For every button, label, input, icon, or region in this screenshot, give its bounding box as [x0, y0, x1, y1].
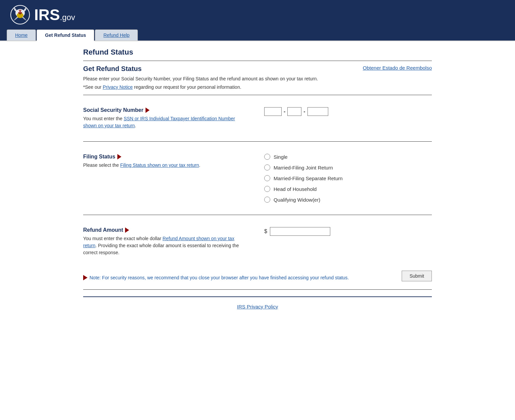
radio-married-separate-input[interactable]: [264, 175, 270, 181]
irs-privacy-policy-link[interactable]: IRS Privacy Policy: [237, 304, 278, 309]
radio-single-label: Single: [274, 154, 288, 160]
section-header-row: Get Refund Status Obtener Estado de Reem…: [83, 65, 432, 73]
radio-head-of-household[interactable]: Head of Household: [264, 186, 432, 192]
footer-section: IRS Privacy Policy: [83, 296, 432, 316]
radio-qualifying-widow[interactable]: Qualifying Widow(er): [264, 197, 432, 203]
radio-head-of-household-label: Head of Household: [274, 186, 317, 192]
section-title: Get Refund Status: [83, 65, 141, 73]
ssn-part1-input[interactable]: [264, 107, 282, 116]
tab-refund-help[interactable]: Refund Help: [95, 29, 138, 41]
divider-filing-top: [83, 141, 432, 142]
filing-status-field-desc: Please select the Filing Status shown on…: [83, 162, 244, 169]
refund-amount-input-col: $: [264, 227, 432, 236]
intro-text-line1: Please enter your Social Security Number…: [83, 75, 432, 82]
main-content: Refund Status Get Refund Status Obtener …: [73, 41, 442, 323]
dollar-sign: $: [264, 228, 267, 234]
note-text: Note: For security reasons, we recommend…: [90, 274, 349, 281]
refund-amount-field-desc: You must enter the exact whole dollar Re…: [83, 235, 244, 256]
note-triangle-icon: [83, 275, 88, 280]
refund-amount-required-icon: [125, 227, 129, 233]
ssn-inputs: - -: [264, 107, 432, 116]
filing-status-section: Filing Status Please select the Filing S…: [83, 146, 432, 211]
irs-logo-text: IRS.gov: [34, 6, 75, 24]
ssn-field-desc: You must enter the SSN or IRS Individual…: [83, 115, 244, 129]
radio-married-joint[interactable]: Married-Filing Joint Return: [264, 164, 432, 170]
navigation-bar: Home Get Refund Status Refund Help: [0, 29, 515, 41]
refund-amount-field-title: Refund Amount: [83, 227, 244, 233]
divider-top: [83, 61, 432, 61]
radio-qualifying-widow-label: Qualifying Widow(er): [274, 197, 320, 203]
radio-single-input[interactable]: [264, 154, 270, 160]
svg-point-4: [18, 11, 19, 12]
divider-bottom: [83, 289, 432, 290]
radio-married-separate[interactable]: Married-Filing Separate Return: [264, 175, 432, 181]
radio-qualifying-widow-input[interactable]: [264, 197, 270, 203]
divider-refund-top: [83, 215, 432, 215]
page-title: Refund Status: [83, 48, 432, 57]
privacy-notice-link[interactable]: Privacy Notice: [103, 84, 132, 90]
refund-input-row: $: [264, 227, 432, 236]
filing-status-required-icon: [117, 154, 121, 159]
submit-button[interactable]: Submit: [402, 271, 432, 281]
svg-point-5: [21, 11, 22, 12]
ssn-part2-input[interactable]: [287, 107, 301, 116]
ssn-required-icon: [146, 108, 150, 113]
radio-head-of-household-input[interactable]: [264, 186, 270, 192]
filing-status-field-title: Filing Status: [83, 154, 244, 160]
ssn-section: Social Security Number You must enter th…: [83, 99, 432, 137]
ssn-field-title: Social Security Number: [83, 107, 244, 113]
refund-amount-section: Refund Amount You must enter the exact w…: [83, 219, 432, 264]
filing-status-input-col: Single Married-Filing Joint Return Marri…: [264, 154, 432, 203]
note-submit-row: Note: For security reasons, we recommend…: [83, 269, 432, 281]
ssn-label-col: Social Security Number You must enter th…: [83, 107, 244, 129]
ssn-dash-1: -: [284, 109, 285, 115]
note-row: Note: For security reasons, we recommend…: [83, 274, 349, 281]
radio-married-joint-input[interactable]: [264, 164, 270, 170]
site-header: IRS.gov: [0, 0, 515, 29]
tab-home[interactable]: Home: [7, 29, 36, 41]
ssn-input-col: - -: [264, 107, 432, 116]
intro-text-line2: *See our Privacy Notice regarding our re…: [83, 84, 432, 91]
radio-married-joint-label: Married-Filing Joint Return: [274, 165, 333, 170]
refund-amount-input[interactable]: [270, 227, 330, 236]
logo-container: IRS.gov: [10, 5, 75, 25]
refund-amount-label-col: Refund Amount You must enter the exact w…: [83, 227, 244, 256]
tab-get-refund-status[interactable]: Get Refund Status: [37, 29, 94, 41]
filing-status-label-col: Filing Status Please select the Filing S…: [83, 154, 244, 169]
spanish-link[interactable]: Obtener Estado de Reembolso: [363, 65, 432, 71]
irs-eagle-icon: [10, 5, 30, 25]
ssn-part3-input[interactable]: [307, 107, 328, 116]
divider-ssn-top: [83, 95, 432, 95]
radio-single[interactable]: Single: [264, 154, 432, 160]
ssn-dash-2: -: [303, 109, 305, 115]
filing-status-radio-group: Single Married-Filing Joint Return Marri…: [264, 154, 432, 203]
filing-status-link[interactable]: Filing Status shown on your tax return: [120, 162, 199, 168]
radio-married-separate-label: Married-Filing Separate Return: [274, 176, 343, 181]
